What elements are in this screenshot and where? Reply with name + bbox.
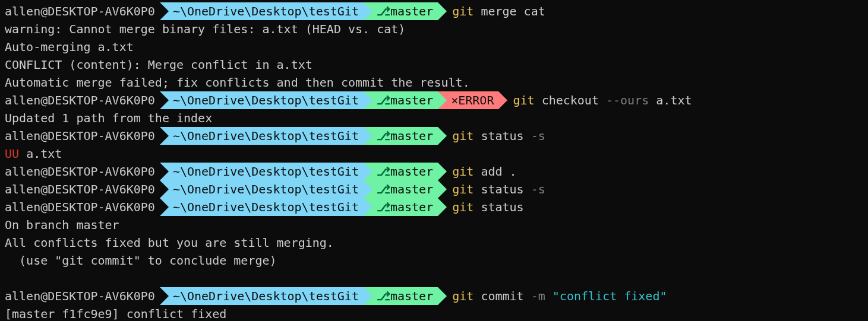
user-segment: allen@DESKTOP-AV6K0P0 (0, 91, 160, 109)
path-segment: ~\OneDrive\Desktop\testGit (160, 198, 364, 216)
output-line: On branch master (0, 216, 868, 234)
path-segment: ~\OneDrive\Desktop\testGit (160, 91, 364, 109)
command-input[interactable]: git status -s (438, 182, 545, 196)
error-text: ⨯ERROR (451, 93, 494, 107)
status-code-uu: UU (5, 147, 19, 161)
branch-icon: ⎇ (377, 289, 390, 303)
prompt-line[interactable]: allen@DESKTOP-AV6K0P0~\OneDrive\Desktop\… (0, 91, 868, 109)
path-segment: ~\OneDrive\Desktop\testGit (160, 287, 364, 305)
output-line: (use "git commit" to conclude merge) (0, 252, 868, 269)
command-input[interactable]: git add . (438, 164, 516, 179)
branch-segment: ⎇master (364, 180, 438, 198)
user-segment: allen@DESKTOP-AV6K0P0 (0, 180, 160, 198)
cmd-sub: merge cat (481, 4, 545, 18)
prompt-line[interactable]: allen@DESKTOP-AV6K0P0~\OneDrive\Desktop\… (0, 2, 868, 20)
branch-segment: ⎇master (364, 163, 438, 180)
path-text: ~\OneDrive\Desktop\testGit (173, 4, 359, 18)
output-line: [master f1fc9e9] conflict fixed (0, 305, 868, 321)
path-segment: ~\OneDrive\Desktop\testGit (160, 163, 364, 180)
prompt-line[interactable]: allen@DESKTOP-AV6K0P0~\OneDrive\Desktop\… (0, 180, 868, 198)
blank-line (0, 269, 868, 287)
user-segment: allen@DESKTOP-AV6K0P0 (0, 287, 160, 305)
prompt-line[interactable]: allen@DESKTOP-AV6K0P0~\OneDrive\Desktop\… (0, 198, 868, 216)
command-input[interactable]: git status (438, 200, 523, 214)
path-segment: ~\OneDrive\Desktop\testGit (160, 180, 364, 198)
user-segment: allen@DESKTOP-AV6K0P0 (0, 2, 160, 20)
prompt-line[interactable]: allen@DESKTOP-AV6K0P0~\OneDrive\Desktop\… (0, 287, 868, 305)
command-input[interactable]: git merge cat (438, 4, 545, 18)
branch-icon: ⎇ (377, 164, 390, 179)
branch-segment: ⎇master (364, 287, 438, 305)
cmd-git: git (452, 4, 474, 18)
user-segment: allen@DESKTOP-AV6K0P0 (0, 127, 160, 145)
command-input[interactable]: git status -s (438, 129, 545, 143)
branch-icon: ⎇ (377, 4, 390, 18)
branch-text: master (390, 4, 433, 18)
output-line: warning: Cannot merge binary files: a.tx… (0, 20, 868, 38)
user-segment: allen@DESKTOP-AV6K0P0 (0, 198, 160, 216)
output-line: CONFLICT (content): Merge conflict in a.… (0, 56, 868, 74)
output-line: All conflicts fixed but you are still me… (0, 234, 868, 252)
branch-icon: ⎇ (377, 200, 390, 214)
user-text: allen@DESKTOP-AV6K0P0 (5, 4, 155, 18)
branch-segment: ⎇master (364, 198, 438, 216)
command-input[interactable]: git checkout --ours a.txt (498, 93, 692, 107)
prompt-line[interactable]: allen@DESKTOP-AV6K0P0~\OneDrive\Desktop\… (0, 163, 868, 180)
output-line: Updated 1 path from the index (0, 109, 868, 127)
output-line: Automatic merge failed; fix conflicts an… (0, 74, 868, 91)
prompt-line[interactable]: allen@DESKTOP-AV6K0P0~\OneDrive\Desktop\… (0, 127, 868, 145)
user-segment: allen@DESKTOP-AV6K0P0 (0, 163, 160, 180)
branch-segment: ⎇master (364, 91, 438, 109)
error-segment: ⨯ERROR (438, 91, 498, 109)
branch-icon: ⎇ (377, 93, 390, 107)
branch-segment: ⎇master (364, 127, 438, 145)
output-line: UU a.txt (0, 145, 868, 163)
path-segment: ~\OneDrive\Desktop\testGit (160, 127, 364, 145)
branch-icon: ⎇ (377, 182, 390, 196)
branch-icon: ⎇ (377, 129, 390, 143)
branch-segment: ⎇master (364, 2, 438, 20)
command-input[interactable]: git commit -m "conflict fixed" (438, 289, 667, 303)
status-file: a.txt (19, 147, 62, 161)
path-segment: ~\OneDrive\Desktop\testGit (160, 2, 364, 20)
output-line: Auto-merging a.txt (0, 38, 868, 56)
